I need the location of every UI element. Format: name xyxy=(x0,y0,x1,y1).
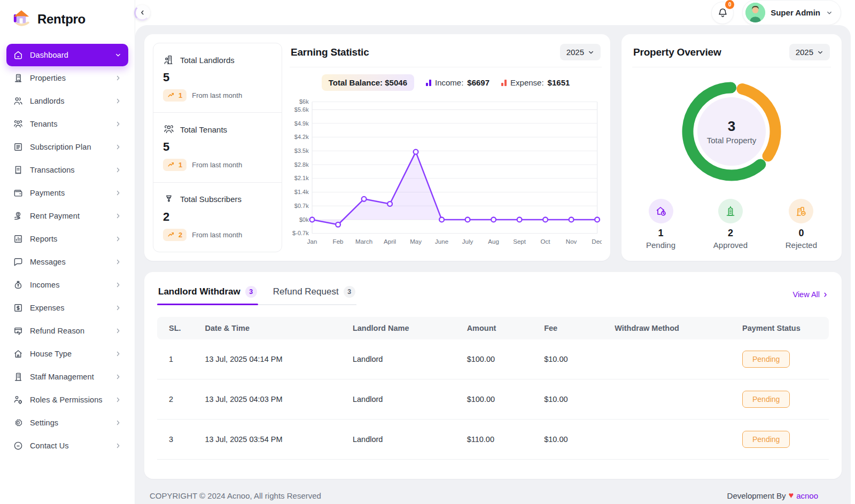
stat-card-total-tenants: Total Tenants51From last month xyxy=(153,113,282,182)
sidebar-item-label: Incomes xyxy=(30,281,108,289)
view-all-link[interactable]: View All xyxy=(792,290,829,305)
earning-card-head: Earning Statistic 2025 xyxy=(290,43,602,67)
tab-refund-request[interactable]: Refund Request3 xyxy=(272,284,356,304)
cell-withdraw-method xyxy=(607,379,735,420)
column-header-withdraw-method: Withdraw Method xyxy=(607,317,735,339)
sidebar-item-transactions[interactable]: Transactions xyxy=(6,159,128,181)
approved-building-icon xyxy=(718,199,743,223)
sidebar-collapse-button[interactable] xyxy=(134,5,150,21)
reports-icon xyxy=(13,234,24,244)
chevron-right-icon xyxy=(822,291,829,298)
column-header-amount: Amount xyxy=(460,317,537,339)
cell-landlord-name: Landlord xyxy=(345,420,460,460)
development-credit: Development By ♥ acnoo xyxy=(727,491,818,500)
refund-reason-icon xyxy=(13,325,24,336)
sidebar-item-staff-management[interactable]: Staff Management xyxy=(6,366,128,388)
svg-text:$4.9k: $4.9k xyxy=(294,120,309,127)
chevron-right-icon xyxy=(114,212,122,220)
notifications-button[interactable]: 0 xyxy=(711,2,734,24)
properties-icon xyxy=(13,73,24,83)
chevron-right-icon xyxy=(114,235,122,243)
sidebar-item-incomes[interactable]: Incomes xyxy=(6,274,128,296)
settings-icon xyxy=(13,417,24,428)
chevron-right-icon xyxy=(114,166,122,174)
sidebar-item-label: Messages xyxy=(30,258,108,266)
sidebar-item-reports[interactable]: Reports xyxy=(6,228,128,250)
stat-head: Total Tenants xyxy=(163,123,272,135)
earning-year-value: 2025 xyxy=(566,48,584,57)
sidebar: Rentpro DashboardPropertiesLandlordsTena… xyxy=(0,0,135,504)
brand-logo[interactable]: Rentpro xyxy=(0,0,135,38)
trend-up-icon xyxy=(167,91,175,99)
property-stat-approved: 2Approved xyxy=(713,199,748,250)
property-stat-value: 0 xyxy=(798,228,804,239)
property-overview-card: Property Overview 2025 3 Total Property xyxy=(621,34,842,261)
sidebar-item-tenants[interactable]: Tenants xyxy=(6,113,128,135)
earning-year-select[interactable]: 2025 xyxy=(560,44,601,60)
heart-icon: ♥ xyxy=(789,491,794,500)
sidebar-item-messages[interactable]: Messages xyxy=(6,251,128,273)
acnoo-link[interactable]: acnoo xyxy=(796,491,818,500)
sidebar-item-label: Payments xyxy=(30,189,108,197)
chevron-right-icon xyxy=(114,189,122,197)
chevron-right-icon xyxy=(114,419,122,427)
notification-count-badge: 0 xyxy=(725,0,734,9)
top-row: Total Landlords51From last monthTotal Te… xyxy=(144,34,842,261)
cell-datetime: 13 Jul, 2025 04:14 PM xyxy=(197,339,345,379)
sidebar-item-landlords[interactable]: Landlords xyxy=(6,90,128,112)
cell-datetime: 13 Jul, 2025 04:03 PM xyxy=(197,379,345,420)
sidebar-item-settings[interactable]: Settings xyxy=(6,412,128,434)
property-stat-label: Approved xyxy=(713,241,748,250)
tab-landlord-withdraw[interactable]: Landlord Withdraw3 xyxy=(157,284,258,304)
property-year-select[interactable]: 2025 xyxy=(789,44,830,60)
sidebar-item-label: Dashboard xyxy=(30,51,108,59)
legend-income: Income:$6697 xyxy=(426,78,489,87)
tab-count-badge: 3 xyxy=(245,286,257,298)
stat-label: Total Tenants xyxy=(180,125,227,134)
table-header: SL.Date & TimeLandlord NameAmountFeeWith… xyxy=(157,317,829,339)
earning-chart-area: Earning Statistic 2025 Total Balance: $5… xyxy=(290,43,602,252)
sidebar-item-refund-reason[interactable]: Refund Reason xyxy=(6,320,128,342)
svg-text:June: June xyxy=(435,238,448,245)
user-menu[interactable]: Super Admin xyxy=(742,0,841,25)
stat-card-total-subscribers: Total Subscribers22From last month xyxy=(153,183,282,252)
chevron-right-icon xyxy=(114,120,122,128)
sidebar-item-label: Expenses xyxy=(30,304,108,312)
caret-down-icon xyxy=(817,49,823,56)
sidebar-item-roles-permissions[interactable]: Roles & Permissions xyxy=(6,389,128,411)
main-area: 0 Super Admin xyxy=(135,0,855,504)
withdraw-table: SL.Date & TimeLandlord NameAmountFeeWith… xyxy=(157,317,829,460)
trend-change-value: 1 xyxy=(178,91,182,99)
transactions-icon xyxy=(13,165,24,175)
chevron-right-icon xyxy=(114,442,122,449)
user-name: Super Admin xyxy=(771,8,820,17)
property-title: Property Overview xyxy=(633,46,721,58)
table-row: 113 Jul, 2025 04:14 PMLandlord$100.00$10… xyxy=(157,339,829,379)
svg-text:Dec: Dec xyxy=(592,238,602,245)
svg-text:April: April xyxy=(384,238,396,245)
sidebar-item-dashboard[interactable]: Dashboard xyxy=(6,44,128,66)
sidebar-item-payments[interactable]: Payments xyxy=(6,182,128,204)
sidebar-item-label: Tenants xyxy=(30,120,108,128)
chevron-down-icon xyxy=(114,51,122,59)
status-badge: Pending xyxy=(742,351,790,368)
trend-badge: 1 xyxy=(163,89,186,102)
sidebar-item-rent-payment[interactable]: Rent Payment xyxy=(6,205,128,227)
sidebar-item-expenses[interactable]: Expenses xyxy=(6,297,128,319)
sidebar-item-label: Refund Reason xyxy=(30,327,108,335)
cell-sl: 1 xyxy=(157,339,197,379)
income-bars-icon xyxy=(426,80,431,86)
sidebar-item-contact-us[interactable]: Contact Us xyxy=(6,435,128,457)
sidebar-item-subscription-plan[interactable]: Subscription Plan xyxy=(6,136,128,158)
donut-center: 3 Total Property xyxy=(707,118,757,145)
svg-text:Nov: Nov xyxy=(566,238,577,245)
property-stat-rejected: 0Rejected xyxy=(786,199,817,250)
stat-note: From last month xyxy=(192,231,242,239)
sidebar-item-label: House Type xyxy=(30,350,108,358)
cell-landlord-name: Landlord xyxy=(345,339,460,379)
column-header-landlord-name: Landlord Name xyxy=(345,317,460,339)
chevron-left-icon xyxy=(139,9,146,16)
sidebar-item-properties[interactable]: Properties xyxy=(6,67,128,89)
chevron-right-icon xyxy=(114,396,122,404)
sidebar-item-house-type[interactable]: House Type xyxy=(6,343,128,365)
